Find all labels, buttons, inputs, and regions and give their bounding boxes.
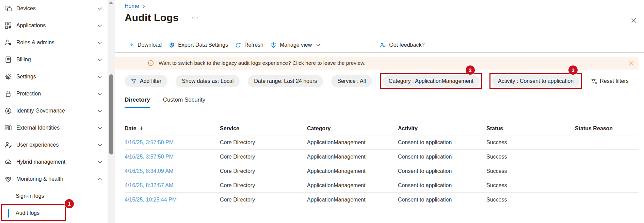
filter-pill-activity[interactable]: Activity : Consent to application xyxy=(492,75,580,87)
refresh-icon xyxy=(235,42,241,48)
chevron-down-icon xyxy=(97,23,103,29)
table-row[interactable]: 4/16/25, 8:32:57 AM Core Directory Appli… xyxy=(125,178,639,193)
sidebar-item-protection[interactable]: Protection xyxy=(0,85,108,102)
chevron-down-icon xyxy=(97,74,103,80)
scrollbar-up-arrow-icon[interactable] xyxy=(109,1,113,4)
table-row[interactable]: 4/16/25, 8:34:09 AM Core Directory Appli… xyxy=(125,164,639,178)
sort-descending-icon xyxy=(139,126,144,131)
applications-icon xyxy=(4,22,12,29)
download-button[interactable]: Download xyxy=(125,39,165,51)
sidebar-item-label: Hybrid management xyxy=(16,159,65,165)
cell-service: Core Directory xyxy=(220,197,307,203)
sidebar-item-label: Protection xyxy=(16,91,41,97)
tab-custom-security[interactable]: Custom Security xyxy=(163,96,206,108)
chevron-down-icon xyxy=(97,91,103,97)
audit-logs-page: { "colors": { "accent_blue": "#0078d4", … xyxy=(0,0,644,223)
cell-category: ApplicationManagement xyxy=(307,197,398,203)
column-header-status[interactable]: Status xyxy=(486,125,575,132)
annotation-badge-3: 3 xyxy=(568,65,578,75)
add-filter-button[interactable]: Add filter xyxy=(125,75,167,87)
add-filter-label: Add filter xyxy=(140,78,161,84)
sidebar-item-external-identities[interactable]: External Identities xyxy=(0,119,108,136)
column-header-date[interactable]: Date xyxy=(125,125,220,132)
sidebar-audit-logs-wrap: Audit logs 1 xyxy=(0,205,108,222)
cell-service: Core Directory xyxy=(220,139,307,146)
sidebar-item-settings[interactable]: Settings xyxy=(0,68,108,85)
cell-service: Core Directory xyxy=(220,168,307,174)
column-header-status-reason[interactable]: Status Reason xyxy=(575,125,639,132)
sidebar-item-audit-logs[interactable]: Audit logs xyxy=(0,205,108,222)
user-experiences-icon xyxy=(4,141,12,149)
chevron-down-icon xyxy=(97,5,103,12)
sidebar-scrollbar[interactable] xyxy=(108,0,115,223)
main-content: Home Audit Logs ⋯ Download Export Data S… xyxy=(115,0,644,223)
breadcrumb: Home xyxy=(125,3,639,9)
banner-dismiss-icon[interactable] xyxy=(628,60,634,67)
filter-bar: Add filter Show dates as: Local Date ran… xyxy=(125,73,639,89)
column-header-activity[interactable]: Activity xyxy=(398,125,486,132)
sidebar-item-roles-admins[interactable]: Roles & admins xyxy=(0,34,108,51)
sidebar-item-devices[interactable]: Devices xyxy=(0,0,108,17)
manage-view-label: Manage view xyxy=(280,42,312,48)
cell-category: ApplicationManagement xyxy=(307,168,398,174)
got-feedback-button[interactable]: Got feedback? xyxy=(376,39,428,51)
external-identities-icon xyxy=(4,124,12,132)
scrollbar-thumb[interactable] xyxy=(109,74,113,154)
filter-pill-show-dates[interactable]: Show dates as: Local xyxy=(176,75,240,87)
refresh-label: Refresh xyxy=(244,42,263,48)
sidebar-item-user-experiences[interactable]: User experiences xyxy=(0,136,108,153)
annotation-badge-1: 1 xyxy=(65,199,74,208)
sidebar-item-label: Applications xyxy=(16,23,46,29)
chevron-down-icon xyxy=(316,43,321,48)
column-header-category[interactable]: Category xyxy=(307,125,398,132)
tab-directory[interactable]: Directory xyxy=(125,96,150,108)
protection-icon xyxy=(4,90,12,98)
cell-activity: Consent to application xyxy=(398,154,486,160)
annotation-badge-2: 2 xyxy=(466,65,475,75)
chevron-up-icon xyxy=(97,176,103,182)
export-label: Export Data Settings xyxy=(178,42,228,48)
chevron-down-icon xyxy=(97,159,103,165)
table-row[interactable]: 4/15/25, 10:25:44 PM Core Directory Appl… xyxy=(125,193,639,207)
sidebar-item-applications[interactable]: Applications xyxy=(0,17,108,34)
breadcrumb-chevron-icon xyxy=(142,4,146,9)
sidebar-item-label: Billing xyxy=(16,57,31,63)
audit-date-link[interactable]: 4/16/25, 3:57:50 PM xyxy=(125,154,220,160)
audit-date-link[interactable]: 4/16/25, 8:32:57 AM xyxy=(125,182,220,189)
audit-logs-table: Date Service Category Activity Status St… xyxy=(125,122,639,207)
audit-date-link[interactable]: 4/15/25, 10:25:44 PM xyxy=(125,197,220,203)
manage-view-button[interactable]: Manage view xyxy=(267,39,324,51)
audit-date-link[interactable]: 4/16/25, 3:57:50 PM xyxy=(125,139,220,146)
banner-click-here-link[interactable]: Click here xyxy=(292,60,316,66)
breadcrumb-home-link[interactable]: Home xyxy=(125,3,139,9)
sidebar-item-identity-governance[interactable]: Identity Governance xyxy=(0,102,108,119)
sidebar-item-monitoring-health[interactable]: Monitoring & health xyxy=(0,170,108,188)
monitoring-health-icon xyxy=(4,175,12,183)
billing-icon xyxy=(4,56,12,63)
filter-pill-service[interactable]: Service : All xyxy=(331,75,372,87)
sidebar-item-billing[interactable]: Billing xyxy=(0,51,108,68)
reset-filters-button[interactable]: Reset filters xyxy=(591,78,628,85)
reset-filters-label: Reset filters xyxy=(600,78,628,84)
column-header-service[interactable]: Service xyxy=(220,125,307,132)
chevron-down-icon xyxy=(97,57,103,63)
audit-date-link[interactable]: 4/16/25, 8:34:09 AM xyxy=(125,168,220,174)
gear-icon xyxy=(168,42,175,48)
settings-icon xyxy=(4,73,12,80)
toolbar-bottom-divider xyxy=(115,52,644,53)
sidebar-item-sign-in-logs[interactable]: Sign-in logs xyxy=(0,188,108,205)
filter-pill-category[interactable]: Category : ApplicationManagement xyxy=(383,75,480,87)
table-row[interactable]: 4/16/25, 3:57:50 PM Core Directory Appli… xyxy=(125,150,639,164)
banner-message-suffix: to leave the preview. xyxy=(316,60,366,66)
sidebar-subitem-label: Sign-in logs xyxy=(16,193,44,199)
export-data-settings-button[interactable]: Export Data Settings xyxy=(165,39,231,51)
table-row[interactable]: 4/16/25, 3:57:50 PM Core Directory Appli… xyxy=(125,135,639,150)
close-blade-icon[interactable] xyxy=(630,17,637,24)
filter-pill-date-range[interactable]: Date range: Last 24 hours xyxy=(248,75,323,87)
download-icon xyxy=(128,42,134,48)
cell-status: Success xyxy=(486,168,575,174)
cell-category: ApplicationManagement xyxy=(307,154,398,160)
more-options-button[interactable]: ⋯ xyxy=(192,16,199,19)
refresh-button[interactable]: Refresh xyxy=(231,39,267,51)
sidebar-item-hybrid-management[interactable]: Hybrid management xyxy=(0,153,108,170)
